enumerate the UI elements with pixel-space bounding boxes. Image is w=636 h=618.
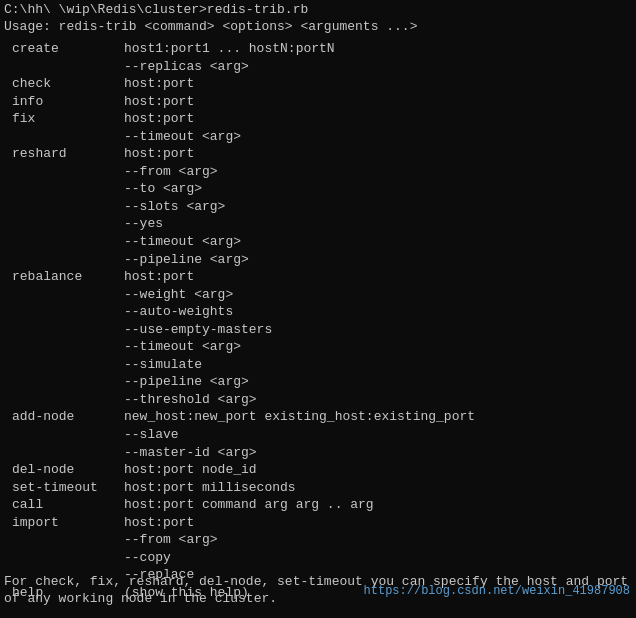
cmd-fix-arg2: --timeout <arg> [124,128,632,146]
command-row-reshard-3: --to <arg> [4,180,632,198]
footer-line-2: of any working node in the cluster. [4,590,277,608]
cmd-rebalance-empty4 [4,321,124,339]
cmd-reshard-arg5: --yes [124,215,632,233]
cmd-import-empty2 [4,531,124,549]
command-row-fix-2: --timeout <arg> [4,128,632,146]
cmd-import: import [4,514,124,532]
cmd-info-arg1: host:port [124,93,632,111]
cmd-settimeout-arg1: host:port milliseconds [124,479,632,497]
cmd-rebalance-arg2: --weight <arg> [124,286,632,304]
cmd-import-empty3 [4,549,124,567]
cmd-reshard-empty2 [4,163,124,181]
command-row-reshard-7: --pipeline <arg> [4,251,632,269]
cmd-rebalance-empty5 [4,338,124,356]
cmd-call: call [4,496,124,514]
cmd-rebalance-empty6 [4,356,124,374]
cmd-rebalance: rebalance [4,268,124,286]
cmd-reshard-empty3 [4,180,124,198]
command-row-settimeout: set-timeout host:port milliseconds [4,479,632,497]
cmd-rebalance-arg3: --auto-weights [124,303,632,321]
cmd-reshard-arg6: --timeout <arg> [124,233,632,251]
cmd-reshard-arg1: host:port [124,145,632,163]
command-row-info: info host:port [4,93,632,111]
command-row-reshard-5: --yes [4,215,632,233]
footer: For check, fix, reshard, del-node, set-t… [0,573,636,608]
cmd-import-arg3: --copy [124,549,632,567]
cmd-addnode-arg3: --master-id <arg> [124,444,632,462]
terminal-window: C:\hh\ \wip\Redis\cluster>redis-trib.rb … [0,0,636,618]
cmd-rebalance-empty3 [4,303,124,321]
cmd-rebalance-empty7 [4,373,124,391]
command-row-reshard: reshard host:port [4,145,632,163]
cmd-delnode: del-node [4,461,124,479]
command-row-reshard-6: --timeout <arg> [4,233,632,251]
title-bar: C:\hh\ \wip\Redis\cluster>redis-trib.rb [4,2,632,17]
command-table: create host1:port1 ... hostN:portN --rep… [4,40,632,602]
cmd-create: create [4,40,124,58]
command-row-rebalance: rebalance host:port [4,268,632,286]
cmd-fix-arg1: host:port [124,110,632,128]
command-row-rebalance-5: --timeout <arg> [4,338,632,356]
command-row-rebalance-3: --auto-weights [4,303,632,321]
cmd-create-arg2: --replicas <arg> [124,58,632,76]
command-row-rebalance-6: --simulate [4,356,632,374]
cmd-rebalance-empty8 [4,391,124,409]
cmd-create-arg1: host1:port1 ... hostN:portN [124,40,632,58]
cmd-rebalance-arg7: --pipeline <arg> [124,373,632,391]
cmd-addnode-arg1: new_host:new_port existing_host:existing… [124,408,632,426]
command-row-check: check host:port [4,75,632,93]
command-row-addnode-2: --slave [4,426,632,444]
cmd-reshard-arg3: --to <arg> [124,180,632,198]
cmd-call-arg1: host:port command arg arg .. arg [124,496,632,514]
cmd-reshard-arg2: --from <arg> [124,163,632,181]
command-row-rebalance-4: --use-empty-masters [4,321,632,339]
cmd-rebalance-arg1: host:port [124,268,632,286]
cmd-rebalance-arg8: --threshold <arg> [124,391,632,409]
cmd-settimeout: set-timeout [4,479,124,497]
cmd-delnode-arg1: host:port node_id [124,461,632,479]
command-row-delnode: del-node host:port node_id [4,461,632,479]
command-row-reshard-2: --from <arg> [4,163,632,181]
command-row-import-2: --from <arg> [4,531,632,549]
cmd-reshard-empty5 [4,215,124,233]
cmd-addnode-empty2 [4,426,124,444]
command-row-addnode: add-node new_host:new_port existing_host… [4,408,632,426]
cmd-reshard: reshard [4,145,124,163]
cmd-reshard-empty6 [4,233,124,251]
command-row-create-2: --replicas <arg> [4,58,632,76]
cmd-rebalance-arg6: --simulate [124,356,632,374]
cmd-reshard-empty7 [4,251,124,269]
cmd-rebalance-empty2 [4,286,124,304]
command-row-rebalance-7: --pipeline <arg> [4,373,632,391]
cmd-reshard-arg4: --slots <arg> [124,198,632,216]
command-row-call: call host:port command arg arg .. arg [4,496,632,514]
cmd-addnode: add-node [4,408,124,426]
cmd-fix-empty [4,128,124,146]
command-row-reshard-4: --slots <arg> [4,198,632,216]
cmd-fix: fix [4,110,124,128]
cmd-rebalance-arg4: --use-empty-masters [124,321,632,339]
watermark: https://blog.csdn.net/weixin_41987908 [364,584,630,598]
command-row-addnode-3: --master-id <arg> [4,444,632,462]
cmd-check: check [4,75,124,93]
cmd-addnode-arg2: --slave [124,426,632,444]
command-row-import: import host:port [4,514,632,532]
cmd-addnode-empty3 [4,444,124,462]
command-row-import-3: --copy [4,549,632,567]
usage-line: Usage: redis-trib <command> <options> <a… [4,19,632,34]
command-row-rebalance-8: --threshold <arg> [4,391,632,409]
cmd-info: info [4,93,124,111]
command-row-rebalance-2: --weight <arg> [4,286,632,304]
cmd-rebalance-arg5: --timeout <arg> [124,338,632,356]
cmd-check-arg1: host:port [124,75,632,93]
cmd-reshard-empty4 [4,198,124,216]
command-row-fix: fix host:port [4,110,632,128]
cmd-reshard-arg7: --pipeline <arg> [124,251,632,269]
command-row-create: create host1:port1 ... hostN:portN [4,40,632,58]
cmd-import-arg1: host:port [124,514,632,532]
cmd-import-arg2: --from <arg> [124,531,632,549]
cmd-create-empty [4,58,124,76]
